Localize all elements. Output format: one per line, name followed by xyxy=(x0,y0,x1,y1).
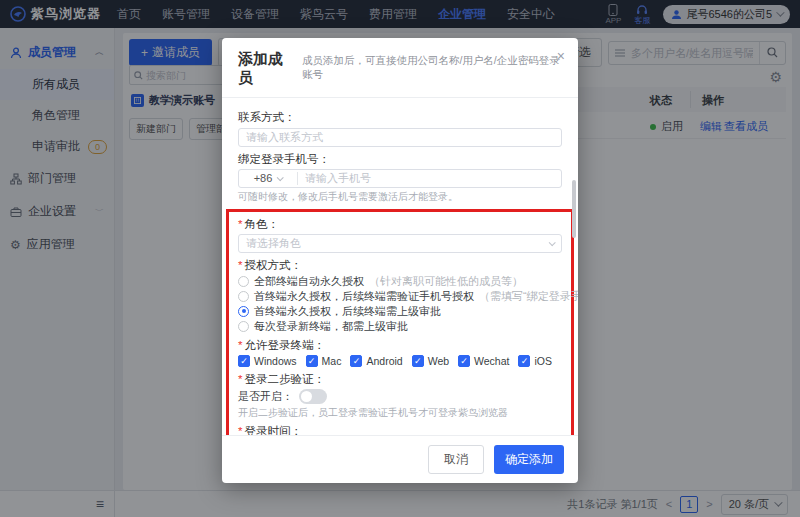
cancel-button[interactable]: 取消 xyxy=(428,445,484,474)
app-window: 紫鸟浏览器 首页 账号管理 设备管理 紫鸟云号 费用管理 企业管理 安全中心 A… xyxy=(0,0,800,517)
modal-footer: 取消 确定添加 xyxy=(222,435,578,483)
chevron-down-icon xyxy=(549,239,556,246)
red-annotation-box: *角色： 请选择角色 *授权方式： 全部终端自动永久授权 （针对离职可能性低的成… xyxy=(226,209,574,436)
modal-header: 添加成员 成员添加后，可直接使用公司名称/用户名/企业密码登录账号 × xyxy=(222,38,578,98)
auth-option-4[interactable]: 每次登录新终端，都需上级审批 xyxy=(238,320,562,333)
modal-scrollbar[interactable] xyxy=(572,180,576,238)
checkbox-icon: ✓ xyxy=(412,355,424,367)
add-member-modal: 添加成员 成员添加后，可直接使用公司名称/用户名/企业密码登录账号 × 联系方式… xyxy=(222,38,578,483)
phone-input[interactable] xyxy=(298,172,561,184)
role-label: *角色： xyxy=(238,217,562,231)
twostep-label: *登录二步验证： xyxy=(238,372,562,386)
contact-input[interactable] xyxy=(238,128,562,147)
terminal-windows[interactable]: ✓Windows xyxy=(238,355,297,367)
terminal-wechat[interactable]: ✓Wechat xyxy=(458,355,509,367)
country-code-select[interactable]: +86 xyxy=(239,172,297,184)
auth-option-2[interactable]: 首终端永久授权，后续终端需验证手机号授权 （需填写“绑定登录手机号”） xyxy=(238,290,562,303)
checkbox-icon: ✓ xyxy=(518,355,530,367)
modal-title: 添加成员 xyxy=(238,50,294,88)
role-select[interactable]: 请选择角色 xyxy=(238,234,562,253)
terminals-checkboxes: ✓Windows ✓Mac ✓Android ✓Web ✓Wechat ✓iOS xyxy=(238,355,562,367)
checkbox-icon: ✓ xyxy=(350,355,362,367)
terminals-label: *允许登录终端： xyxy=(238,338,562,352)
contact-label: 联系方式： xyxy=(238,110,562,124)
auth-option-3[interactable]: 首终端永久授权，后续终端需上级审批 xyxy=(238,305,562,318)
checkbox-icon: ✓ xyxy=(458,355,470,367)
auth-option-1[interactable]: 全部终端自动永久授权 （针对离职可能性低的成员等） xyxy=(238,275,562,288)
terminal-ios[interactable]: ✓iOS xyxy=(518,355,552,367)
radio-icon[interactable] xyxy=(238,306,249,317)
terminal-web[interactable]: ✓Web xyxy=(412,355,449,367)
chevron-down-icon xyxy=(277,174,284,181)
twostep-toggle-row: 是否开启： xyxy=(238,389,562,404)
radio-icon[interactable] xyxy=(238,276,249,287)
checkbox-icon: ✓ xyxy=(306,355,318,367)
checkbox-icon: ✓ xyxy=(238,355,250,367)
confirm-add-button[interactable]: 确定添加 xyxy=(494,445,564,474)
radio-icon[interactable] xyxy=(238,321,249,332)
twostep-toggle[interactable] xyxy=(299,389,327,404)
phone-hint: 可随时修改，修改后手机号需要激活后才能登录。 xyxy=(238,191,562,203)
close-icon[interactable]: × xyxy=(557,49,565,63)
terminal-mac[interactable]: ✓Mac xyxy=(306,355,342,367)
modal-subtitle: 成员添加后，可直接使用公司名称/用户名/企业密码登录账号 xyxy=(302,54,562,82)
twostep-hint: 开启二步验证后，员工登录需验证手机号才可登录紫鸟浏览器 xyxy=(238,407,562,419)
phone-field: +86 xyxy=(238,169,562,188)
radio-icon[interactable] xyxy=(238,291,249,302)
auth-method-label: *授权方式： xyxy=(238,258,562,272)
terminal-android[interactable]: ✓Android xyxy=(350,355,402,367)
modal-body: 联系方式： 绑定登录手机号： +86 可随时修改，修改后手机号需要激活后才能登录… xyxy=(222,98,578,435)
login-time-label: *登录时间： xyxy=(238,424,562,436)
phone-label: 绑定登录手机号： xyxy=(238,152,562,166)
